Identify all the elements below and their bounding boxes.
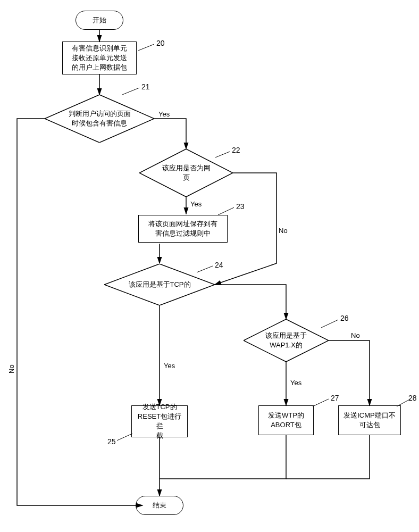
label-d24-yes: Yes (164, 362, 175, 370)
decision-21-text: 判断用户访问的页面 时候包含有害信息 (45, 109, 154, 128)
process-23: 将该页面网址保存到有 害信息过滤规则中 (138, 215, 228, 243)
svg-line-9 (122, 88, 139, 95)
svg-line-8 (138, 44, 154, 51)
label-d22-yes: Yes (190, 200, 202, 208)
decision-24: 该应用是基于TCP的 (104, 264, 215, 305)
decision-22-text: 该应用是否为网 页 (139, 163, 233, 182)
process-25: 发送TCP的 RESET包进行拦 截 (131, 405, 188, 437)
callout-23: 23 (236, 202, 245, 211)
process-27-text: 发送WTP的 ABORT包 (268, 411, 304, 430)
label-d26-yes: Yes (290, 379, 301, 387)
callout-20: 20 (156, 39, 165, 47)
decision-22: 该应用是否为网 页 (139, 149, 233, 197)
end-label: 结束 (153, 501, 166, 510)
callout-21: 21 (141, 82, 150, 91)
process-20-text: 有害信息识别单元 接收还原单元发送 的用户上网数据包 (72, 44, 127, 73)
process-20: 有害信息识别单元 接收还原单元发送 的用户上网数据包 (62, 41, 137, 74)
process-27: 发送WTP的 ABORT包 (258, 405, 314, 435)
start-label: 开始 (93, 15, 106, 25)
start-terminator: 开始 (76, 11, 123, 30)
decision-21: 判断用户访问的页面 时候包含有害信息 (45, 95, 154, 143)
decision-26: 该应用是基于 WAP1.X的 (244, 319, 329, 362)
callout-24: 24 (215, 261, 223, 269)
callout-28: 28 (408, 394, 417, 402)
process-23-text: 将该页面网址保存到有 害信息过滤规则中 (148, 219, 217, 238)
svg-line-13 (117, 434, 132, 440)
process-28-text: 发送ICMP端口不 可达包 (343, 411, 396, 430)
label-d21-no: No (7, 364, 15, 373)
callout-27: 27 (331, 394, 339, 402)
svg-line-15 (313, 399, 329, 406)
decision-24-text: 该应用是基于TCP的 (104, 280, 215, 289)
callout-26: 26 (340, 314, 349, 322)
label-d21-yes: Yes (158, 110, 170, 118)
svg-line-11 (218, 207, 234, 215)
callout-25: 25 (107, 437, 116, 446)
process-25-text: 发送TCP的 RESET包进行拦 截 (135, 402, 184, 441)
process-28: 发送ICMP端口不 可达包 (338, 405, 401, 435)
decision-26-text: 该应用是基于 WAP1.X的 (244, 331, 329, 350)
end-terminator: 结束 (136, 496, 183, 515)
callout-22: 22 (232, 146, 240, 154)
label-d22-no: No (279, 227, 288, 235)
label-d26-no: No (351, 331, 360, 339)
